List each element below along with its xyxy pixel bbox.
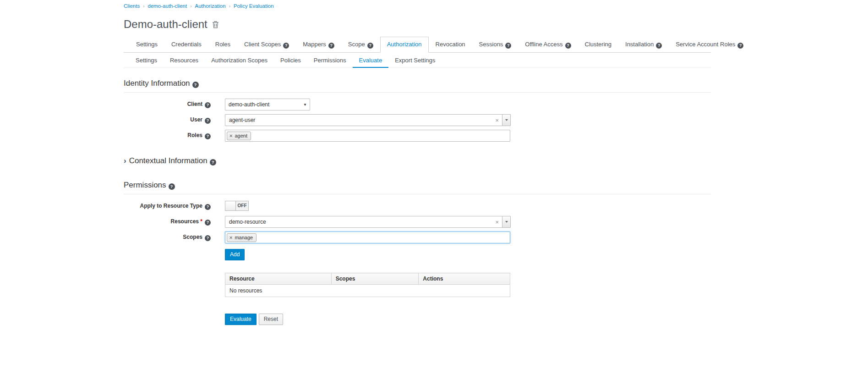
help-icon[interactable]: ?: [656, 43, 662, 49]
permissions-heading: Permissions?: [124, 170, 711, 194]
toggle-handle: [225, 201, 236, 210]
user-select[interactable]: agent-user ×: [225, 114, 511, 126]
subtab-policies[interactable]: Policies: [274, 53, 307, 68]
apply-resource-type-toggle[interactable]: OFF: [225, 201, 249, 211]
subtab-permissions[interactable]: Permissions: [307, 53, 353, 68]
toggle-state-label: OFF: [236, 201, 248, 210]
subtab-settings[interactable]: Settings: [129, 53, 164, 68]
tab-settings[interactable]: Settings: [129, 37, 164, 53]
page-title: Demo-auth-client: [124, 18, 207, 31]
user-dropdown-button[interactable]: [502, 115, 510, 126]
breadcrumb-separator-icon: ›: [229, 4, 230, 9]
help-icon[interactable]: ?: [169, 183, 175, 190]
user-row: User? agent-user ×: [124, 114, 711, 126]
roles-label: Roles?: [124, 132, 211, 139]
subtab-authorization-scopes[interactable]: Authorization Scopes: [205, 53, 274, 68]
main-content: Clients › demo-auth-client › Authorizati…: [124, 0, 711, 325]
resource-column-header: Resource: [225, 273, 332, 285]
scope-tag: × manage: [227, 233, 257, 242]
table-header-row: Resource Scopes Actions: [225, 273, 510, 285]
role-tag-label: agent: [235, 133, 247, 139]
contextual-information-heading[interactable]: ›Contextual Information?: [124, 145, 711, 170]
breadcrumb-client[interactable]: demo-auth-client: [148, 3, 187, 9]
subtab-evaluate[interactable]: Evaluate: [353, 53, 389, 68]
clear-user-icon[interactable]: ×: [492, 117, 502, 123]
help-icon[interactable]: ?: [205, 235, 211, 241]
tab-installation[interactable]: Installation?: [618, 37, 669, 53]
client-tabs: Settings Credentials Roles Client Scopes…: [124, 37, 711, 53]
help-icon[interactable]: ?: [505, 43, 511, 49]
collapse-chevron-icon[interactable]: ›: [124, 156, 126, 165]
tab-service-account-roles[interactable]: Service Account Roles?: [669, 37, 750, 53]
tab-roles[interactable]: Roles: [208, 37, 237, 53]
roles-row: Roles? × agent: [124, 130, 711, 142]
scopes-label: Scopes?: [124, 234, 211, 241]
help-icon[interactable]: ?: [192, 82, 199, 88]
subtab-export-settings[interactable]: Export Settings: [388, 53, 442, 68]
tab-credentials[interactable]: Credentials: [164, 37, 208, 53]
permissions-form: Apply to Resource Type? OFF Resources *?…: [124, 200, 711, 325]
remove-role-icon[interactable]: ×: [229, 133, 232, 138]
breadcrumb-policy-evaluation[interactable]: Policy Evaluation: [234, 3, 274, 9]
help-icon[interactable]: ?: [283, 43, 289, 49]
apply-resource-type-row: Apply to Resource Type? OFF: [124, 200, 711, 212]
evaluate-button[interactable]: Evaluate: [225, 314, 257, 325]
tab-scope[interactable]: Scope?: [341, 37, 380, 53]
tab-client-scopes[interactable]: Client Scopes?: [237, 37, 296, 53]
client-select-wrapper: demo-auth-client ▼: [225, 99, 310, 110]
tab-revocation[interactable]: Revocation: [429, 37, 472, 53]
trash-icon: [212, 21, 219, 28]
client-row: Client? demo-auth-client ▼: [124, 99, 711, 110]
empty-table-message: No resources: [225, 285, 510, 297]
roles-input[interactable]: × agent: [225, 130, 510, 142]
empty-table-row: No resources: [225, 285, 510, 297]
scopes-input[interactable]: × manage: [225, 232, 510, 243]
apply-resource-type-label: Apply to Resource Type?: [124, 203, 211, 210]
role-tag: × agent: [227, 132, 251, 140]
help-icon[interactable]: ?: [205, 102, 211, 108]
help-icon[interactable]: ?: [205, 133, 211, 139]
required-indicator: *: [200, 218, 202, 225]
add-button[interactable]: Add: [225, 249, 245, 260]
resources-row: Resources *? demo-resource ×: [124, 216, 711, 228]
subtab-resources[interactable]: Resources: [164, 53, 205, 68]
help-icon[interactable]: ?: [737, 43, 743, 49]
resources-dropdown-button[interactable]: [502, 216, 510, 227]
breadcrumb-authorization[interactable]: Authorization: [195, 3, 226, 9]
help-icon[interactable]: ?: [565, 43, 571, 49]
tab-offline-access[interactable]: Offline Access?: [518, 37, 578, 53]
tab-clustering[interactable]: Clustering: [578, 37, 619, 53]
tab-sessions[interactable]: Sessions?: [472, 37, 519, 53]
authorization-subtabs: Settings Resources Authorization Scopes …: [124, 53, 711, 68]
help-icon[interactable]: ?: [328, 43, 334, 49]
resources-select[interactable]: demo-resource ×: [225, 216, 511, 228]
dropdown-arrow-icon: [505, 221, 508, 223]
clear-resource-icon[interactable]: ×: [492, 219, 502, 225]
resources-label: Resources *?: [124, 218, 211, 226]
help-icon[interactable]: ?: [205, 118, 211, 124]
scope-tag-label: manage: [235, 235, 253, 241]
tab-authorization[interactable]: Authorization: [380, 37, 429, 53]
client-select[interactable]: demo-auth-client: [225, 99, 310, 110]
resources-select-value: demo-resource: [225, 219, 492, 225]
breadcrumb-clients[interactable]: Clients: [124, 3, 140, 9]
dropdown-arrow-icon: [505, 119, 508, 121]
help-icon[interactable]: ?: [210, 159, 216, 165]
delete-client-button[interactable]: [212, 21, 219, 28]
reset-button[interactable]: Reset: [259, 314, 283, 325]
actions-column-header: Actions: [419, 273, 510, 285]
user-label: User?: [124, 116, 211, 124]
client-label: Client?: [124, 101, 211, 108]
scopes-row: Scopes? × manage: [124, 232, 711, 243]
resources-table: Resource Scopes Actions No resources: [225, 273, 510, 297]
identity-information-heading: Identity Information?: [124, 68, 711, 93]
remove-scope-icon[interactable]: ×: [229, 235, 232, 240]
scopes-column-header: Scopes: [331, 273, 419, 285]
help-icon[interactable]: ?: [367, 43, 373, 49]
breadcrumb: Clients › demo-auth-client › Authorizati…: [124, 0, 711, 9]
tab-mappers[interactable]: Mappers?: [296, 37, 341, 53]
breadcrumb-separator-icon: ›: [190, 4, 191, 9]
identity-form: Client? demo-auth-client ▼ User? agent-u…: [124, 99, 711, 142]
help-icon[interactable]: ?: [205, 220, 211, 226]
help-icon[interactable]: ?: [205, 204, 211, 210]
